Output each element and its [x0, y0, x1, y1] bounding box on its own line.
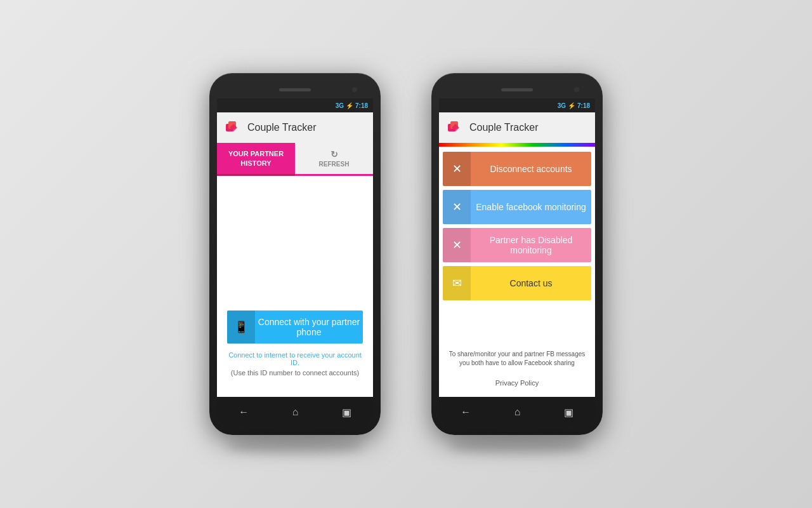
speaker-2 [501, 88, 533, 91]
battery-icon-2: ⚡ [568, 102, 575, 109]
phone-top-2 [439, 81, 595, 98]
connect-btn-label: Connect with your partner phone [255, 317, 363, 337]
screen-1: Couple Tracker YOUR PARTNERHISTORY ↻ REF… [217, 112, 373, 397]
recents-button-2[interactable]: ▣ [564, 406, 573, 418]
facebook-label: Enable facebook monitoring [471, 202, 591, 212]
home-button-1[interactable]: ⌂ [292, 406, 299, 418]
screen-content-1: 📱 Connect with your partner phone Connec… [217, 176, 373, 397]
privacy-policy-link[interactable]: Privacy Policy [439, 374, 595, 392]
status-bar-1: 3G ⚡ 7:18 [217, 98, 373, 112]
id-info: (Use this ID number to connect accounts) [231, 369, 359, 377]
network-indicator-1: 3G [336, 102, 344, 109]
footer-info: To share/monitor your and partner FB mes… [439, 345, 595, 370]
partner-x-icon: ✕ [443, 228, 471, 262]
camera-1 [352, 87, 357, 92]
disconnect-accounts-item[interactable]: ✕ Disconnect accounts [443, 152, 591, 186]
recents-button-1[interactable]: ▣ [342, 406, 351, 418]
tab-refresh[interactable]: ↻ REFRESH [295, 143, 373, 176]
app-logo-2 [447, 119, 464, 137]
internet-info: Connect to internet to receive your acco… [227, 351, 363, 366]
app-bar-1: Couple Tracker [217, 112, 373, 143]
phone-icon: 📱 [227, 311, 255, 344]
phone-top-1 [217, 81, 373, 98]
refresh-icon: ↻ [331, 149, 338, 159]
tab-refresh-label: REFRESH [319, 161, 350, 168]
status-bar-2: 3G ⚡ 7:18 [439, 98, 595, 112]
disconnect-icon: ✕ [443, 152, 471, 186]
app-bar-2: Couple Tracker [439, 112, 595, 143]
network-indicator-2: 3G [558, 102, 566, 109]
contact-label: Contact us [471, 278, 591, 288]
tabs-1: YOUR PARTNERHISTORY ↻ REFRESH [217, 143, 373, 176]
disconnect-label: Disconnect accounts [471, 164, 591, 174]
tab-history[interactable]: YOUR PARTNERHISTORY [217, 143, 295, 176]
phone-1: 3G ⚡ 7:18 Couple Tracker YOUR PARTNERHIS… [209, 73, 381, 435]
phone-bottom-1: ← ⌂ ▣ [217, 397, 373, 427]
back-button-2[interactable]: ← [461, 406, 471, 418]
mail-icon: ✉ [443, 266, 471, 300]
battery-icon-1: ⚡ [346, 102, 353, 109]
speaker-1 [279, 88, 311, 91]
status-icons-2: 3G ⚡ 7:18 [558, 102, 590, 109]
time-display-1: 7:18 [355, 102, 368, 109]
home-button-2[interactable]: ⌂ [514, 406, 521, 418]
tab-history-label: YOUR PARTNERHISTORY [228, 149, 284, 168]
menu-list: ✕ Disconnect accounts ✕ Enable facebook … [439, 147, 595, 397]
screen-2: Couple Tracker ✕ Disconnect accounts ✕ E… [439, 112, 595, 397]
phone-2: 3G ⚡ 7:18 Couple Tracker ✕ Disconnect ac… [431, 73, 603, 435]
back-button-1[interactable]: ← [239, 406, 249, 418]
facebook-x-icon: ✕ [443, 190, 471, 224]
app-title-1: Couple Tracker [247, 122, 317, 133]
app-title-2: Couple Tracker [469, 122, 539, 133]
partner-disabled-item: ✕ Partner has Disabled monitoring [443, 228, 591, 262]
phone-bottom-2: ← ⌂ ▣ [439, 397, 595, 427]
status-icons-1: 3G ⚡ 7:18 [336, 102, 368, 109]
connect-partner-button[interactable]: 📱 Connect with your partner phone [227, 311, 363, 344]
enable-facebook-item[interactable]: ✕ Enable facebook monitoring [443, 190, 591, 224]
partner-disabled-label: Partner has Disabled monitoring [471, 235, 591, 255]
contact-us-item[interactable]: ✉ Contact us [443, 266, 591, 300]
camera-2 [574, 87, 579, 92]
time-display-2: 7:18 [577, 102, 590, 109]
app-logo-1 [225, 119, 242, 137]
